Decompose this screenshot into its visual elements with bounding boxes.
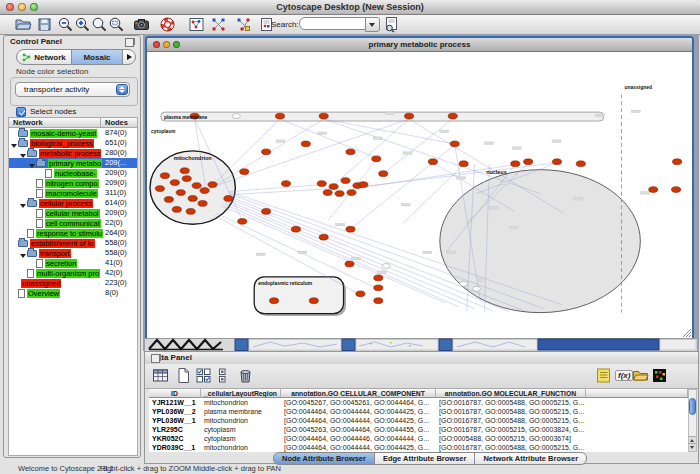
select-nodes-checkbox[interactable] xyxy=(16,107,26,117)
network-node[interactable] xyxy=(673,159,682,165)
network-node[interactable] xyxy=(155,186,164,192)
tab-network[interactable]: Network xyxy=(16,49,72,65)
network-node[interactable] xyxy=(356,291,365,297)
network-node[interactable] xyxy=(404,113,413,119)
network-node[interactable] xyxy=(382,263,390,268)
network-node[interactable] xyxy=(428,159,437,165)
network-edge[interactable] xyxy=(328,119,409,190)
network-node[interactable] xyxy=(172,207,181,213)
tab-overflow-button[interactable] xyxy=(122,49,136,65)
network-node[interactable] xyxy=(275,113,284,119)
layout-b-icon[interactable] xyxy=(235,16,252,33)
network-node[interactable] xyxy=(262,208,271,214)
network-node[interactable] xyxy=(200,188,209,194)
network-node[interactable] xyxy=(238,218,247,224)
attribute-table-icon[interactable] xyxy=(152,367,169,384)
network-overview-icon[interactable] xyxy=(188,16,205,33)
zoom-fit-icon[interactable] xyxy=(108,16,125,33)
network-node[interactable] xyxy=(379,171,388,177)
minimize-icon[interactable] xyxy=(163,41,170,48)
matrix-view-icon[interactable] xyxy=(651,367,668,384)
network-node[interactable] xyxy=(186,208,195,214)
tab-mosaic[interactable]: Mosaic xyxy=(71,49,123,65)
tree-row[interactable]: biological_process651(0) xyxy=(9,138,137,148)
import-attributes-icon[interactable] xyxy=(632,367,649,384)
open-file-icon[interactable] xyxy=(15,16,32,33)
column-header[interactable]: annotation.GO MOLECULAR_FUNCTION xyxy=(436,389,586,398)
tree-row[interactable]: establishment of lo558(0) xyxy=(9,238,137,248)
network-node[interactable] xyxy=(176,190,185,196)
network-window[interactable]: primary metabolic process plasma membran… xyxy=(145,36,694,340)
network-node[interactable] xyxy=(473,286,481,291)
network-edge[interactable] xyxy=(207,119,280,191)
network-node[interactable] xyxy=(232,114,240,119)
save-icon[interactable] xyxy=(36,16,53,33)
layout-a-icon[interactable] xyxy=(210,16,227,33)
network-node[interactable] xyxy=(329,184,338,190)
network-node[interactable] xyxy=(281,181,290,187)
network-node[interactable] xyxy=(319,113,328,119)
network-node[interactable] xyxy=(164,197,173,203)
snapshot-icon[interactable] xyxy=(133,16,150,33)
tree-row[interactable]: transport558(0) xyxy=(9,248,137,258)
table-row[interactable]: YDR039C__1mitochondrion[GO:0044464, GO:0… xyxy=(149,443,688,452)
column-header[interactable]: _cellularLayoutRegion xyxy=(201,389,281,398)
delete-attribute-icon[interactable] xyxy=(237,367,254,384)
network-node[interactable] xyxy=(188,196,197,202)
network-node[interactable] xyxy=(372,156,381,162)
tree-row[interactable]: nucleobase-209(0) xyxy=(9,168,137,178)
network-node[interactable] xyxy=(511,161,520,167)
network-node[interactable] xyxy=(269,298,278,304)
zoom-selected-icon[interactable] xyxy=(91,16,108,33)
network-node[interactable] xyxy=(359,182,368,188)
network-edge[interactable] xyxy=(230,185,321,192)
node-color-select[interactable]: transporter activity xyxy=(15,82,130,97)
network-node[interactable] xyxy=(240,169,249,175)
network-node[interactable] xyxy=(552,159,561,165)
tree-header-nodes[interactable]: Nodes xyxy=(101,117,138,128)
network-node[interactable] xyxy=(309,298,318,304)
network-node[interactable] xyxy=(374,298,383,304)
zoom-button[interactable] xyxy=(30,3,38,11)
network-node[interactable] xyxy=(524,159,533,165)
network-edge[interactable] xyxy=(383,119,452,174)
network-node[interactable] xyxy=(180,168,189,174)
maximize-icon[interactable] xyxy=(173,41,180,48)
tree-row[interactable]: macromolecule311(0) xyxy=(9,188,137,198)
resize-grip-icon[interactable] xyxy=(682,328,692,338)
float-panel-icon[interactable] xyxy=(151,354,160,363)
network-node[interactable] xyxy=(459,161,468,167)
network-node[interactable] xyxy=(291,226,300,232)
tree-header-network[interactable]: Network xyxy=(8,117,101,128)
network-node[interactable] xyxy=(262,149,271,155)
tree-row[interactable]: multi-organism pro42(0) xyxy=(9,268,137,278)
network-node[interactable] xyxy=(576,161,585,167)
network-edge[interactable] xyxy=(280,119,376,158)
network-node[interactable] xyxy=(335,191,344,197)
network-edge[interactable] xyxy=(232,189,333,195)
table-row[interactable]: YKR052Ccytoplasm[GO:0044464, GO:0044446,… xyxy=(149,434,688,443)
help-icon[interactable] xyxy=(159,16,176,33)
network-node[interactable] xyxy=(374,285,383,291)
unselect-attributes-icon[interactable] xyxy=(195,367,212,384)
tree-row[interactable]: unassigned223(0) xyxy=(9,278,137,288)
network-node[interactable] xyxy=(450,141,459,147)
select-attributes-icon[interactable] xyxy=(215,367,232,384)
network-node[interactable] xyxy=(208,182,217,188)
tree-row[interactable]: cellular process614(0) xyxy=(9,198,137,208)
table-row[interactable]: YPL036W__1mitochondrion[GO:0044464, GO:0… xyxy=(149,416,688,425)
float-panel-icon[interactable] xyxy=(125,38,134,47)
network-node[interactable] xyxy=(341,178,350,184)
scrollbar-thumb[interactable] xyxy=(689,398,696,415)
search-config-icon[interactable] xyxy=(383,16,400,33)
tree-row[interactable]: cell communicat22(0) xyxy=(9,218,137,228)
network-node[interactable] xyxy=(198,201,207,207)
notes-icon[interactable] xyxy=(595,367,612,384)
network-node[interactable] xyxy=(224,196,233,202)
table-row[interactable]: YJR121W__1mitochondrion[GO:0045267, GO:0… xyxy=(149,398,688,407)
network-node[interactable] xyxy=(649,187,658,193)
formula-icon[interactable]: f(x) xyxy=(615,370,633,381)
column-header[interactable] xyxy=(586,389,688,398)
scroll-down-button[interactable] xyxy=(689,443,696,451)
network-node[interactable] xyxy=(170,180,179,186)
